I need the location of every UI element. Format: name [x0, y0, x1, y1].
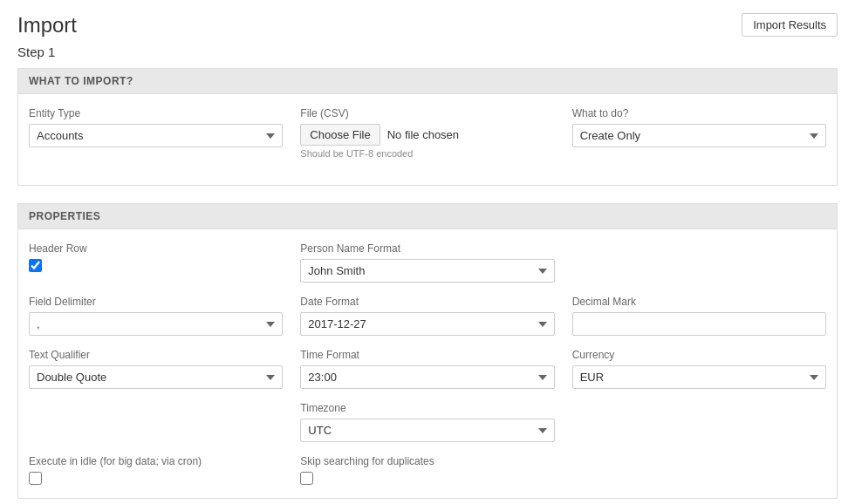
person-name-format-select[interactable]: John Smith Smith John John M. Smith: [300, 259, 554, 283]
text-qualifier-group: Text Qualifier Double Quote Single Quote…: [29, 349, 283, 389]
date-format-group: Date Format 2017-12-27 12/27/2017 27.12.…: [300, 296, 554, 336]
text-qualifier-select[interactable]: Double Quote Single Quote None: [29, 365, 283, 389]
date-format-label: Date Format: [300, 296, 554, 308]
skip-duplicates-checkbox[interactable]: [300, 472, 313, 485]
header-row-checkbox[interactable]: [29, 259, 42, 272]
file-hint: Should be UTF-8 encoded: [300, 148, 554, 159]
file-csv-group: File (CSV) Choose File No file chosen Sh…: [300, 107, 554, 159]
page-title: Import: [17, 13, 77, 37]
execute-idle-label: Execute in idle (for big data; via cron): [29, 455, 283, 467]
skip-duplicates-group: Skip searching for duplicates: [300, 455, 554, 485]
what-to-do-group: What to do? Create Only Create and Updat…: [572, 107, 826, 147]
field-delimiter-label: Field Delimiter: [29, 296, 283, 308]
entity-type-group: Entity Type Accounts Contacts Leads Oppo…: [29, 107, 283, 147]
entity-type-select[interactable]: Accounts Contacts Leads Opportunities Ca…: [29, 124, 283, 147]
header-row-label: Header Row: [29, 242, 283, 255]
what-to-import-section: WHAT TO IMPORT? Entity Type Accounts Con…: [17, 68, 838, 186]
currency-group: Currency EUR USD GBP: [572, 349, 826, 389]
timezone-label: Timezone: [300, 402, 554, 414]
properties-section: PROPERTIES Header Row Person Name Format…: [17, 203, 838, 499]
choose-file-button[interactable]: Choose File: [300, 124, 380, 146]
what-to-do-label: What to do?: [572, 107, 826, 119]
field-delimiter-select[interactable]: , ; Tab |: [29, 312, 283, 336]
entity-type-label: Entity Type: [29, 107, 283, 119]
import-results-button[interactable]: Import Results: [742, 13, 838, 37]
currency-select[interactable]: EUR USD GBP: [572, 365, 826, 389]
step-label: Step 1: [17, 44, 838, 59]
time-format-select[interactable]: 23:00 11:00 PM: [300, 365, 554, 389]
timezone-group: Timezone UTC America/New_York Europe/Lon…: [300, 402, 554, 442]
field-delimiter-group: Field Delimiter , ; Tab |: [29, 296, 283, 336]
text-qualifier-label: Text Qualifier: [29, 349, 283, 361]
decimal-mark-label: Decimal Mark: [572, 296, 826, 308]
execute-idle-group: Execute in idle (for big data; via cron): [29, 455, 283, 485]
currency-label: Currency: [572, 349, 826, 361]
skip-duplicates-label: Skip searching for duplicates: [300, 455, 554, 467]
execute-idle-checkbox[interactable]: [29, 472, 42, 485]
what-to-import-header: WHAT TO IMPORT?: [18, 69, 837, 94]
header-row-group: Header Row: [29, 242, 283, 272]
decimal-mark-group: Decimal Mark .: [572, 296, 826, 336]
time-format-label: Time Format: [300, 349, 554, 361]
time-format-group: Time Format 23:00 11:00 PM: [300, 349, 554, 389]
person-name-format-label: Person Name Format: [300, 242, 554, 255]
what-to-do-select[interactable]: Create Only Create and Update Update Onl…: [572, 124, 826, 147]
person-name-format-group: Person Name Format John Smith Smith John…: [300, 242, 554, 283]
date-format-select[interactable]: 2017-12-27 12/27/2017 27.12.2017: [300, 312, 554, 336]
timezone-select[interactable]: UTC America/New_York Europe/London: [300, 419, 554, 442]
properties-header: PROPERTIES: [18, 204, 837, 229]
decimal-mark-input[interactable]: .: [572, 312, 826, 336]
file-csv-label: File (CSV): [300, 107, 554, 119]
no-file-text: No file chosen: [387, 128, 459, 141]
